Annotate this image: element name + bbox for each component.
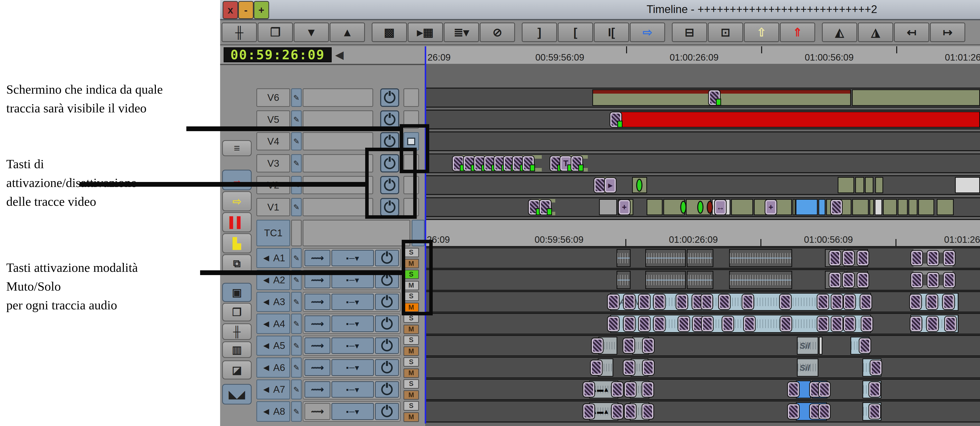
effect-icon[interactable] [474, 156, 485, 171]
effect-icon[interactable] [624, 361, 635, 375]
effect-icon[interactable] [591, 361, 602, 375]
trim-right-icon[interactable]: ↦ [930, 22, 965, 42]
effect-icon[interactable] [910, 317, 921, 331]
effect-icon[interactable] [911, 273, 922, 287]
effect-icon[interactable] [843, 273, 854, 287]
effect-icon[interactable] [624, 295, 635, 309]
timeline-lane-v5[interactable] [425, 110, 980, 129]
effect-icon[interactable] [643, 361, 654, 375]
solo-button-a6[interactable]: S [404, 357, 419, 367]
timeline-lane-v2[interactable]: ▸ [425, 175, 980, 195]
clip[interactable] [875, 199, 882, 215]
effect-icon[interactable] [818, 295, 829, 309]
effect-icon[interactable] [571, 156, 582, 171]
mute-button-a8[interactable]: M [404, 412, 419, 422]
clip[interactable] [819, 337, 822, 355]
effect-icon[interactable] [709, 90, 720, 105]
track-name-a5[interactable]: ◄ A5 [256, 336, 290, 356]
pencil-icon[interactable]: ✎ [291, 154, 302, 172]
green-keyframe-icon[interactable] [697, 201, 703, 214]
waveform-button[interactable]: ⟿ [304, 381, 331, 398]
effect-icon[interactable] [945, 317, 956, 331]
effect-icon[interactable] [819, 404, 830, 419]
clip[interactable] [852, 199, 869, 215]
effect-icon[interactable] [844, 295, 855, 309]
automation-gain-button[interactable]: ▪─▾ [331, 381, 374, 398]
effect-icon-↔[interactable]: ↔ [715, 200, 726, 214]
clip[interactable] [645, 271, 686, 289]
effect-icon[interactable] [944, 273, 955, 287]
effect-icon[interactable] [625, 382, 636, 397]
clip[interactable] [617, 271, 631, 289]
automation-gain-button[interactable]: ▪─▾ [331, 250, 374, 266]
effect-icon[interactable] [831, 295, 842, 309]
clip[interactable] [865, 177, 873, 193]
effect-icon[interactable] [529, 200, 540, 214]
clip[interactable] [918, 199, 934, 215]
clip[interactable] [838, 177, 854, 193]
effect-icon[interactable] [819, 382, 830, 397]
effect-icon[interactable] [719, 295, 730, 309]
effect-icon[interactable] [592, 338, 603, 353]
automation-gain-button[interactable]: ▪─▾ [331, 403, 374, 420]
timeline-ruler-top[interactable]: 26:0900:59:56:0901:00:26:0901:00:56:0901… [425, 46, 980, 65]
trim-a-side-icon[interactable]: ◭ [822, 22, 857, 42]
clip[interactable] [687, 249, 713, 267]
timeline-lane-a3[interactable]: CASINO [425, 291, 980, 313]
track-name-v6[interactable]: V6 [256, 88, 290, 107]
clip[interactable] [729, 271, 792, 289]
effect-icon[interactable] [780, 317, 791, 331]
waveform-button[interactable]: ⟿ [304, 403, 331, 420]
effect-icon[interactable] [583, 382, 594, 397]
timeline-lane-a2[interactable] [425, 269, 980, 291]
effect-icon[interactable] [722, 317, 733, 331]
track-down-icon[interactable]: ▼ [294, 22, 329, 42]
timeline-lane-a8[interactable]: ▲▬▲ [425, 400, 980, 423]
track-enable-button-a7[interactable] [375, 381, 399, 398]
waveform-button[interactable]: ⟿ [304, 315, 331, 332]
effect-icon[interactable] [859, 338, 870, 353]
effect-icon[interactable] [926, 295, 937, 309]
clip[interactable] [647, 199, 663, 215]
clip[interactable] [955, 177, 980, 193]
clip[interactable] [908, 199, 918, 215]
effect-icon[interactable] [624, 317, 635, 331]
effect-icon[interactable] [911, 251, 922, 265]
clip[interactable] [795, 199, 818, 215]
effect-icon[interactable] [608, 317, 619, 331]
track-up-icon[interactable]: ▲ [330, 22, 365, 42]
solo-button-a7[interactable]: S [404, 379, 419, 389]
effect-icon[interactable] [523, 156, 534, 171]
clip[interactable] [818, 199, 826, 215]
effect-icon[interactable] [610, 112, 621, 127]
track-name-v3[interactable]: V3 [256, 154, 290, 172]
mark-in-icon[interactable]: [ [558, 22, 593, 42]
track-name-a6[interactable]: ◄ A6 [256, 357, 290, 378]
effect-icon[interactable] [744, 317, 755, 331]
effect-icon[interactable] [612, 404, 623, 419]
timeline-lane-a7[interactable]: ▲▬▲ [425, 379, 980, 400]
effect-icon[interactable] [654, 317, 665, 331]
track-name-a8[interactable]: ◄ A8 [256, 401, 290, 422]
clip[interactable] [883, 199, 897, 215]
automation-gain-button[interactable]: ▪─▾ [331, 315, 374, 332]
effect-icon[interactable] [927, 317, 938, 331]
effect-icon[interactable] [831, 317, 842, 331]
effect-icon-+[interactable]: + [765, 200, 776, 214]
mute-button-a5[interactable]: M [404, 346, 419, 356]
clip[interactable] [937, 199, 954, 215]
effect-icon[interactable] [788, 382, 799, 397]
effect-icon[interactable] [858, 251, 869, 265]
track-name-a3[interactable]: ◄ A3 [256, 292, 290, 312]
timeline-lane-a1[interactable] [425, 247, 980, 269]
splice-segment-icon[interactable]: ≣▾ [444, 22, 479, 42]
track-name-a7[interactable]: ◄ A7 [256, 380, 290, 399]
effect-icon[interactable] [831, 200, 842, 214]
effect-icon[interactable] [829, 251, 840, 265]
effect-icon[interactable] [869, 404, 880, 419]
track-enable-button-a3[interactable] [375, 294, 399, 310]
clip[interactable] [592, 89, 851, 106]
clip[interactable] [687, 271, 713, 289]
track-enable-button-a6[interactable] [375, 359, 399, 376]
minimize-button[interactable]: - [238, 1, 254, 19]
